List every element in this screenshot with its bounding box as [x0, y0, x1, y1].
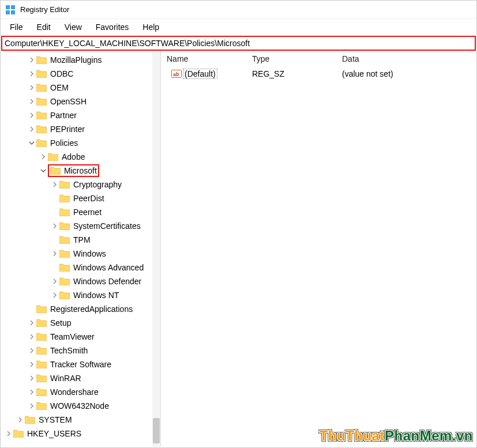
- menu-file[interactable]: File: [3, 20, 30, 34]
- column-header-name[interactable]: Name: [161, 54, 252, 63]
- svg-rect-3: [11, 10, 15, 14]
- tree-item-label: Adobe: [62, 152, 85, 161]
- folder-icon: [25, 416, 35, 424]
- tree-item[interactable]: Windows: [1, 247, 160, 261]
- chevron-right-icon[interactable]: [27, 374, 36, 383]
- chevron-right-icon[interactable]: [27, 318, 36, 327]
- folder-icon: [36, 305, 47, 313]
- folder-icon: [50, 167, 61, 175]
- watermark: ThuThuatPhanMem.vn: [320, 428, 473, 444]
- tree-item[interactable]: PEPrinter: [1, 122, 160, 136]
- tree-item-label: Windows: [73, 249, 106, 258]
- chevron-right-icon[interactable]: [27, 387, 36, 397]
- tree-item[interactable]: HKEY_USERS: [1, 427, 160, 441]
- tree-item[interactable]: RegisteredApplications: [1, 302, 160, 316]
- folder-icon: [13, 430, 24, 438]
- column-header-type[interactable]: Type: [252, 54, 342, 63]
- tree-root: MozillaPluginsODBCOEMOpenSSHPartnerPEPri…: [1, 53, 160, 441]
- folder-icon: [36, 84, 47, 92]
- chevron-right-icon[interactable]: [50, 221, 59, 231]
- tree-item[interactable]: Partner: [1, 108, 160, 122]
- chevron-right-icon[interactable]: [27, 97, 36, 106]
- chevron-right-icon[interactable]: [27, 69, 36, 78]
- tree-pane[interactable]: MozillaPluginsODBCOEMOpenSSHPartnerPEPri…: [1, 51, 161, 447]
- tree-scrollbar-thumb[interactable]: [153, 418, 160, 443]
- menubar: File Edit View Favorites Help: [1, 19, 476, 35]
- tree-item[interactable]: Tracker Software: [1, 357, 160, 371]
- address-bar[interactable]: [2, 37, 475, 49]
- tree-item-label: OEM: [50, 83, 69, 92]
- tree-item[interactable]: ODBC: [1, 67, 160, 81]
- folder-icon: [59, 194, 70, 202]
- chevron-right-icon[interactable]: [27, 125, 36, 134]
- tree-item[interactable]: Wondershare: [1, 385, 160, 399]
- tree-item-label: PEPrinter: [50, 125, 85, 134]
- value-name: (Default): [183, 69, 217, 79]
- chevron-right-icon[interactable]: [50, 277, 59, 286]
- app-icon: [5, 5, 16, 15]
- chevron-right-icon[interactable]: [27, 332, 36, 341]
- menu-favorites[interactable]: Favorites: [89, 20, 136, 34]
- menu-edit[interactable]: Edit: [30, 20, 58, 34]
- chevron-down-icon[interactable]: [39, 166, 48, 175]
- tree-item[interactable]: OpenSSH: [1, 95, 160, 108]
- chevron-right-icon[interactable]: [4, 429, 13, 438]
- tree-item[interactable]: TPM: [1, 233, 160, 247]
- svg-rect-1: [11, 5, 15, 9]
- folder-icon: [36, 56, 47, 64]
- menu-view[interactable]: View: [58, 20, 89, 34]
- tree-item-label: WOW6432Node: [50, 401, 109, 411]
- tree-item[interactable]: Policies: [1, 136, 160, 150]
- watermark-part-a: ThuThuat: [320, 428, 385, 443]
- chevron-right-icon[interactable]: [50, 291, 59, 300]
- svg-rect-2: [6, 10, 10, 14]
- tree-item[interactable]: Microsoft: [1, 164, 160, 178]
- tree-item-label: RegisteredApplications: [50, 304, 133, 314]
- folder-icon: [59, 180, 70, 189]
- tree-item[interactable]: WinRAR: [1, 371, 160, 385]
- tree-item[interactable]: MozillaPlugins: [1, 53, 160, 67]
- tree-item[interactable]: TechSmith: [1, 344, 160, 357]
- titlebar: Registry Editor: [1, 1, 476, 19]
- svg-rect-0: [6, 5, 10, 9]
- tree-item-label: Peernet: [73, 208, 102, 217]
- tree-item[interactable]: Windows NT: [1, 288, 160, 302]
- tree-item[interactable]: Windows Defender: [1, 274, 160, 288]
- chevron-right-icon[interactable]: [27, 346, 36, 355]
- folder-icon: [36, 347, 47, 355]
- chevron-right-icon[interactable]: [27, 55, 36, 65]
- tree-item[interactable]: Peernet: [1, 205, 160, 219]
- chevron-right-icon[interactable]: [27, 83, 36, 92]
- tree-scrollbar-track[interactable]: [152, 51, 160, 447]
- chevron-right-icon[interactable]: [50, 249, 59, 258]
- value-row[interactable]: ab(Default)REG_SZ(value not set): [161, 67, 476, 81]
- tree-item[interactable]: Setup: [1, 316, 160, 330]
- tree-item[interactable]: WOW6432Node: [1, 399, 160, 413]
- chevron-right-icon[interactable]: [27, 401, 36, 411]
- tree-item[interactable]: PeerDist: [1, 191, 160, 205]
- menu-help[interactable]: Help: [136, 20, 166, 34]
- tree-item[interactable]: Adobe: [1, 150, 160, 164]
- tree-item[interactable]: SystemCertificates: [1, 219, 160, 233]
- chevron-right-icon[interactable]: [27, 111, 36, 120]
- folder-icon: [36, 319, 47, 327]
- tree-item[interactable]: Windows Advanced: [1, 261, 160, 274]
- folder-icon: [59, 263, 70, 272]
- chevron-right-icon[interactable]: [27, 360, 36, 369]
- tree-item[interactable]: TeamViewer: [1, 330, 160, 344]
- values-pane[interactable]: Name Type Data ab(Default)REG_SZ(value n…: [161, 51, 476, 447]
- tree-item-label: Policies: [50, 138, 78, 148]
- tree-item-label: TeamViewer: [50, 332, 95, 341]
- column-header-data[interactable]: Data: [342, 54, 476, 63]
- folder-icon: [36, 111, 47, 119]
- tree-item[interactable]: SYSTEM: [1, 413, 160, 427]
- chevron-right-icon[interactable]: [39, 152, 48, 161]
- folder-icon: [59, 222, 70, 230]
- tree-item[interactable]: Cryptography: [1, 178, 160, 191]
- chevron-right-icon[interactable]: [50, 180, 59, 189]
- tree-item-label: TechSmith: [50, 346, 88, 355]
- chevron-down-icon[interactable]: [27, 138, 36, 148]
- tree-item[interactable]: OEM: [1, 81, 160, 95]
- chevron-right-icon[interactable]: [16, 415, 25, 424]
- tree-item-label: Windows Advanced: [73, 263, 144, 272]
